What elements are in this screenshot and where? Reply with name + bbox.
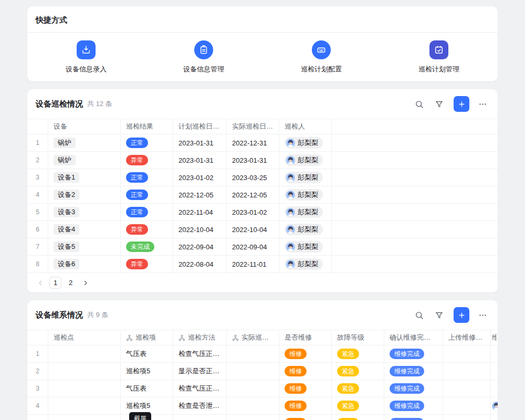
table-row[interactable]: 3 设备1 正常 2023-01-02 2023-03-25 彭梨梨 xyxy=(27,169,498,186)
repairer-cell xyxy=(491,415,498,420)
column-header-fault[interactable]: 故障等级 xyxy=(332,330,384,345)
search-button[interactable] xyxy=(412,97,426,111)
page-2-button[interactable]: 2 xyxy=(65,277,77,289)
device-cell: 锅炉 xyxy=(48,152,121,169)
status-badge: 未完成 xyxy=(126,242,154,252)
more-button[interactable] xyxy=(476,308,489,322)
column-header-device[interactable]: 设备 xyxy=(48,119,121,134)
device-cell: 设备3 xyxy=(48,204,121,220)
inspector-cell: 彭梨梨 xyxy=(279,169,332,186)
device-cell: 设备2 xyxy=(48,186,121,203)
confirm-cell: 维修完成 xyxy=(384,397,443,414)
result-cell: 正常 xyxy=(121,134,173,151)
table-row[interactable]: 5 巡检项5 显示是否… 维修 紧急 维修完成 xyxy=(27,415,498,420)
planned-date-cell: 2023-01-02 xyxy=(173,169,227,186)
repairer-cell xyxy=(491,345,498,362)
column-header-item[interactable]: 巡检项 xyxy=(121,330,173,345)
status-badge: 正常 xyxy=(126,207,148,217)
shortcut-plan-config[interactable]: 巡检计划配置 xyxy=(262,40,380,74)
column-header-upload[interactable]: 上传维修结… xyxy=(443,330,491,345)
plan-manage-icon xyxy=(429,40,448,59)
inspection-card: 设备巡检情况 共 12 条 设备 巡检结果 计划巡检日… 实际巡检日… 巡检人 … xyxy=(27,89,498,292)
column-header-result[interactable]: 巡检结果 xyxy=(121,119,173,134)
prev-page-button[interactable] xyxy=(35,277,46,289)
column-header-repair[interactable]: 是否维修 xyxy=(279,330,332,345)
status-badge: 维修完成 xyxy=(390,418,424,420)
filler-cell xyxy=(332,221,498,238)
page-1-button[interactable]: 1 xyxy=(49,277,61,289)
filler-cell xyxy=(332,256,498,272)
person-chip: 彭梨梨 xyxy=(285,172,323,183)
table-row[interactable]: 5 设备3 正常 2022-11-04 2023-01-02 彭梨梨 xyxy=(27,204,498,221)
column-header-actual[interactable]: 实际巡… xyxy=(227,330,279,345)
repairer-cell xyxy=(491,380,498,397)
table-row[interactable]: 7 设备5 未完成 2022-09-04 2022-09-04 彭梨梨 xyxy=(27,238,498,256)
inspector-cell: 彭梨梨 xyxy=(279,204,332,220)
column-header-repairer[interactable]: 维… xyxy=(491,330,498,345)
shortcut-device-entry[interactable]: 设备信息录入 xyxy=(27,40,145,74)
repairer-cell xyxy=(491,397,498,414)
avatar xyxy=(286,156,295,165)
column-header-confirm[interactable]: 确认维修完… xyxy=(384,330,443,345)
table-row[interactable]: 1 气压表 检查气压正… 维修 紧急 维修完成 xyxy=(27,345,498,363)
table-row[interactable]: 8 设备6 异常 2022-08-04 2022-11-01 彭梨梨 xyxy=(27,256,498,273)
person-chip: 彭梨梨 xyxy=(285,189,323,201)
confirm-cell: 维修完成 xyxy=(384,345,443,362)
status-badge: 维修 xyxy=(285,401,307,411)
method-cell: 检查气压正… xyxy=(173,380,227,397)
shortcut-label: 巡检计划配置 xyxy=(301,65,342,74)
search-button[interactable] xyxy=(412,308,426,322)
device-tag: 设备1 xyxy=(54,172,79,183)
person-chip: 彭梨梨 xyxy=(285,241,323,253)
table-row[interactable]: 2 巡检项5 显示是否正… 维修 紧急 维修完成 xyxy=(27,363,498,380)
table-row[interactable]: 2 锅炉 异常 2023-01-31 2023-01-31 彭梨梨 xyxy=(27,152,498,169)
result-cell: 异常 xyxy=(121,256,173,272)
status-badge: 正常 xyxy=(126,190,148,200)
person-chip: 彭梨梨 xyxy=(285,206,323,218)
inspection-card-header: 设备巡检情况 共 12 条 xyxy=(27,89,498,119)
shortcut-device-manage[interactable]: 设备信息管理 xyxy=(145,40,262,74)
row-index: 1 xyxy=(27,134,48,151)
avatar xyxy=(286,139,295,148)
table-row[interactable]: 6 设备4 异常 2022-10-04 2022-10-04 彭梨梨 xyxy=(27,221,498,238)
result-cell: 正常 xyxy=(121,186,173,203)
next-page-button[interactable] xyxy=(80,277,91,289)
filter-button[interactable] xyxy=(432,308,446,322)
avatar xyxy=(286,173,295,182)
table-row[interactable]: 4 巡检项5 检查是否泄… 维修 紧急 维修完成 xyxy=(27,397,498,415)
avatar xyxy=(286,208,295,217)
table-row[interactable]: 3 气压表 检查气压正… 维修 紧急 维修完成 xyxy=(27,380,498,397)
column-header-actual-date[interactable]: 实际巡检日… xyxy=(227,119,279,134)
row-index: 7 xyxy=(27,238,48,255)
add-record-button[interactable] xyxy=(454,307,469,323)
planned-date-cell: 2022-09-04 xyxy=(173,238,227,255)
maintenance-count: 共 9 条 xyxy=(87,310,108,320)
row-index: 1 xyxy=(27,345,48,362)
repair-cell: 维修 xyxy=(279,415,332,420)
shortcuts-title: 快捷方式 xyxy=(27,6,498,32)
result-cell: 正常 xyxy=(121,204,173,220)
shortcut-plan-manage[interactable]: 巡检计划管理 xyxy=(380,40,498,74)
table-row[interactable]: 1 锅炉 正常 2023-01-31 2022-12-31 彭梨梨 xyxy=(27,134,498,152)
status-badge: 紧急 xyxy=(337,383,359,394)
filter-button[interactable] xyxy=(432,97,446,111)
person-chip: 彭梨梨 xyxy=(285,137,323,149)
device-tag: 设备5 xyxy=(54,242,79,253)
table-row[interactable]: 4 设备2 正常 2022-12-05 2022-12-05 彭梨梨 xyxy=(27,186,498,204)
column-header-point[interactable]: 巡检点 xyxy=(48,330,121,345)
inspection-count: 共 12 条 xyxy=(87,99,112,109)
more-button[interactable] xyxy=(476,97,489,111)
shortcut-label: 设备信息管理 xyxy=(183,65,224,74)
device-cell: 设备5 xyxy=(48,238,121,255)
column-header-inspector[interactable]: 巡检人 xyxy=(279,119,332,134)
fault-cell: 紧急 xyxy=(332,363,384,380)
maintenance-card: 设备维系情况 共 9 条 巡检点 巡检项 巡检方法 实际巡… 是否维修 故障等级… xyxy=(27,300,498,420)
column-header-method[interactable]: 巡检方法 xyxy=(173,330,227,345)
row-index: 3 xyxy=(27,380,48,397)
device-entry-icon xyxy=(77,40,96,59)
column-header-planned-date[interactable]: 计划巡检日… xyxy=(173,119,227,134)
shortcuts-card: 快捷方式 设备信息录入 设备信息管理 巡检计 xyxy=(27,6,498,81)
add-record-button[interactable] xyxy=(454,96,469,112)
repair-cell: 维修 xyxy=(279,397,332,414)
item-cell: 气压表 xyxy=(121,380,173,397)
